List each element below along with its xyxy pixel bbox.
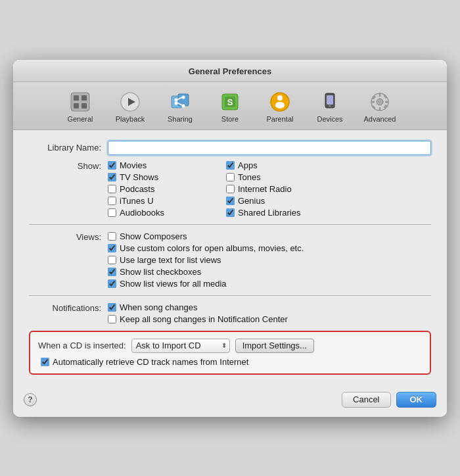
show-sharedlibs: Shared Libraries <box>226 208 331 218</box>
svg-point-19 <box>277 95 283 101</box>
view-listviews-label: Show list views for all media <box>120 279 227 289</box>
toolbar-item-store[interactable]: S Store <box>206 87 254 126</box>
svg-point-14 <box>182 104 185 107</box>
advanced-icon <box>368 90 392 114</box>
view-showcomposers-checkbox[interactable] <box>108 232 116 241</box>
show-apps-label: Apps <box>238 160 258 170</box>
view-customcolors-checkbox[interactable] <box>108 244 116 252</box>
cd-label: When a CD is inserted: <box>38 341 126 350</box>
toolbar-item-parental[interactable]: Parental <box>256 87 304 126</box>
svg-point-11 <box>175 98 178 101</box>
view-largetext-checkbox[interactable] <box>108 256 116 264</box>
cd-action-select[interactable]: Ask to Import CD Import CD Begin Playing… <box>131 339 230 353</box>
sharing-icon <box>168 90 192 114</box>
show-right-col: Apps Tones Internet Radio Genius <box>226 160 331 218</box>
show-internetradio: Internet Radio <box>226 184 331 194</box>
show-itunesu: iTunes U <box>108 196 213 206</box>
view-showcomposers-label: Show Composers <box>120 231 187 241</box>
svg-rect-4 <box>81 103 87 108</box>
show-itunesu-checkbox[interactable] <box>108 197 116 205</box>
help-button[interactable]: ? <box>24 393 37 406</box>
show-tvshows-label: TV Shows <box>120 172 158 182</box>
general-icon <box>68 90 92 114</box>
toolbar-label-playback: Playback <box>116 115 145 123</box>
view-largetext-label: Use large text for list views <box>120 255 221 265</box>
notification-center-label: Keep all song changes in Notification Ce… <box>120 314 288 324</box>
svg-point-12 <box>175 101 178 105</box>
show-podcasts-checkbox[interactable] <box>108 185 116 193</box>
show-tones-label: Tones <box>238 172 261 182</box>
cancel-button[interactable]: Cancel <box>342 392 390 408</box>
import-settings-button[interactable]: Import Settings... <box>235 339 314 353</box>
dialog-title: General Preferences <box>189 66 271 76</box>
svg-point-23 <box>329 105 331 107</box>
toolbar-item-general[interactable]: General <box>57 87 104 126</box>
toolbar: General Playback <box>13 82 447 130</box>
show-apps: Apps <box>226 160 331 170</box>
svg-rect-3 <box>74 103 79 108</box>
playback-icon <box>118 90 142 114</box>
views-label: Views: <box>29 231 101 289</box>
show-genius-checkbox[interactable] <box>226 197 235 205</box>
toolbar-label-store: Store <box>221 115 239 123</box>
show-label: Show: <box>29 160 101 218</box>
show-itunesu-label: iTunes U <box>120 196 154 206</box>
show-tones-checkbox[interactable] <box>226 173 235 181</box>
notification-songchanges-checkbox[interactable] <box>108 303 116 312</box>
show-movies-checkbox[interactable] <box>108 161 116 170</box>
toolbar-label-sharing: Sharing <box>168 115 193 123</box>
view-listcheckboxes-label: Show list checkboxes <box>120 267 201 277</box>
svg-text:S: S <box>227 97 233 107</box>
toolbar-label-general: General <box>67 115 93 123</box>
show-tvshows: TV Shows <box>108 172 213 182</box>
divider-1 <box>29 224 431 225</box>
parental-icon <box>268 90 292 114</box>
toolbar-item-advanced[interactable]: Advanced <box>356 87 403 126</box>
show-left-col: Movies TV Shows Podcasts iTunes U <box>108 160 213 218</box>
footer-buttons: Cancel OK <box>342 392 436 408</box>
toolbar-item-playback[interactable]: Playback <box>106 87 154 126</box>
title-bar: General Preferences <box>13 60 447 82</box>
show-sharedlibs-checkbox[interactable] <box>226 208 235 217</box>
toolbar-item-sharing[interactable]: Sharing <box>156 87 204 126</box>
show-internetradio-checkbox[interactable] <box>226 185 235 193</box>
show-section: Show: Movies TV Shows Podcasts <box>29 160 431 218</box>
show-tvshows-checkbox[interactable] <box>108 173 116 181</box>
library-name-input[interactable] <box>108 141 431 155</box>
ok-button[interactable]: OK <box>396 392 437 408</box>
cd-select-wrap: Ask to Import CD Import CD Begin Playing… <box>131 339 230 353</box>
show-movies: Movies <box>108 160 213 170</box>
svg-point-20 <box>275 102 285 108</box>
show-genius-label: Genius <box>238 196 265 206</box>
show-audiobooks-checkbox[interactable] <box>108 208 116 217</box>
notification-center: Keep all song changes in Notification Ce… <box>108 314 288 324</box>
show-sharedlibs-label: Shared Libraries <box>238 208 300 218</box>
svg-rect-29 <box>385 101 389 103</box>
show-internetradio-label: Internet Radio <box>238 184 292 194</box>
view-listviews-checkbox[interactable] <box>108 279 116 288</box>
cd-insertion-section: When a CD is inserted: Ask to Import CD … <box>29 331 431 375</box>
svg-rect-27 <box>379 107 381 111</box>
library-name-row: Library Name: <box>29 141 431 155</box>
show-podcasts: Podcasts <box>108 184 213 194</box>
view-listcheckboxes-checkbox[interactable] <box>108 268 116 276</box>
toolbar-label-advanced: Advanced <box>364 115 396 123</box>
toolbar-item-devices[interactable]: Devices <box>306 87 354 126</box>
toolbar-label-parental: Parental <box>267 115 294 123</box>
library-name-label: Library Name: <box>29 143 101 153</box>
notifications-label: Notifications: <box>29 302 101 324</box>
view-largetext: Use large text for list views <box>108 255 304 265</box>
views-checkboxes: Show Composers Use custom colors for ope… <box>108 231 304 289</box>
view-showcomposers: Show Composers <box>108 231 304 241</box>
svg-rect-1 <box>74 95 79 101</box>
svg-rect-2 <box>81 95 87 101</box>
view-customcolors: Use custom colors for open albums, movie… <box>108 243 304 253</box>
cd-row: When a CD is inserted: Ask to Import CD … <box>38 339 422 353</box>
notification-center-checkbox[interactable] <box>108 315 116 323</box>
show-apps-checkbox[interactable] <box>226 161 235 170</box>
svg-point-25 <box>377 99 383 105</box>
show-checkboxes-area: Movies TV Shows Podcasts iTunes U <box>108 160 431 218</box>
view-customcolors-label: Use custom colors for open albums, movie… <box>120 243 304 253</box>
svg-rect-22 <box>327 95 333 105</box>
cd-auto-retrieve-checkbox[interactable] <box>41 358 49 366</box>
